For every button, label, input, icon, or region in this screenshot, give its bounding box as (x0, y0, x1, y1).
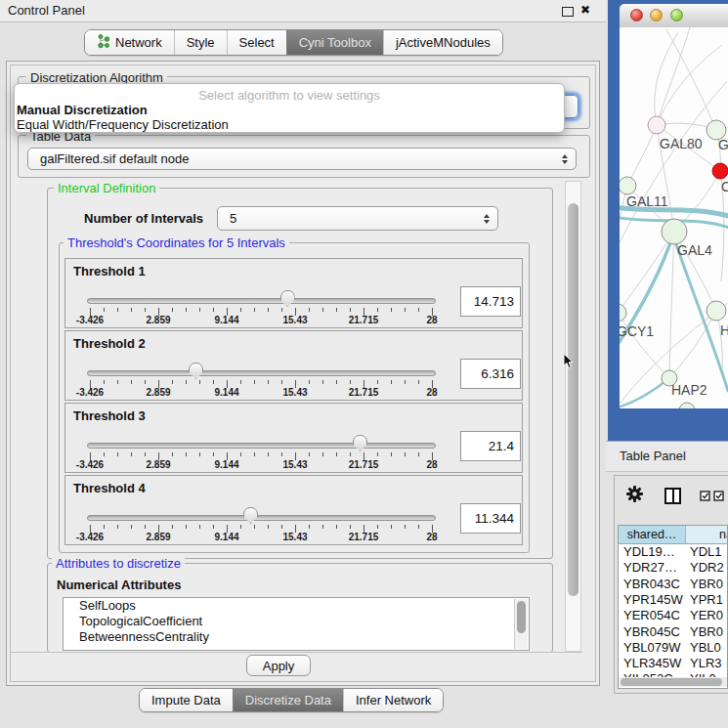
network-node[interactable] (707, 301, 726, 321)
column-header-name[interactable]: na (686, 526, 728, 544)
minimize-traffic-light-icon[interactable] (650, 9, 663, 21)
tick-minor (336, 308, 337, 312)
table-row[interactable]: YDL19…YDL1 (619, 544, 728, 560)
cell-shared-name[interactable]: YDR27… (623, 560, 677, 576)
tick-minor (199, 525, 200, 529)
tick-minor (131, 525, 132, 529)
settings-vertical-scrollbar[interactable] (565, 181, 581, 652)
tick-minor (117, 380, 118, 384)
network-node[interactable] (662, 219, 687, 244)
network-window-titlebar[interactable] (620, 4, 728, 28)
slider-thumb[interactable] (280, 290, 295, 307)
tick-label: 28 (405, 387, 459, 398)
tick-minor (377, 452, 378, 456)
cell-shared-name[interactable]: YER054C (623, 608, 680, 623)
cell-shared-name[interactable]: YLR345W (623, 656, 681, 671)
tick-label: 15.43 (268, 315, 322, 325)
attribute-list-item[interactable]: TopologicalCoefficient (64, 614, 529, 629)
cell-name[interactable]: YBR0 (690, 624, 723, 640)
cell-name[interactable]: YBL0 (690, 640, 721, 656)
network-view-window[interactable]: GAL80GACGAL11GAL4GCY1HHAP2 (608, 0, 728, 441)
attributes-listbox[interactable]: SelfLoopsTopologicalCoefficientBetweenne… (63, 597, 530, 651)
list-scrollbar[interactable] (514, 599, 528, 649)
tab-infer-network[interactable]: Infer Network (343, 689, 443, 711)
slider-track[interactable] (87, 515, 436, 521)
slider-thumb[interactable] (243, 507, 258, 524)
num-intervals-label: Number of Intervals (84, 211, 203, 226)
table-data-combobox[interactable]: galFiltered.sif default node (27, 148, 577, 170)
cell-shared-name[interactable]: YBR045C (623, 624, 680, 640)
tick-minor (240, 525, 241, 529)
tick-minor (405, 525, 406, 529)
dropdown-option-equal-width-frequency-discretization[interactable]: Equal Width/Frequency Discretization (17, 117, 229, 132)
num-intervals-combobox[interactable]: 5 (217, 206, 498, 231)
cell-name[interactable]: YBR0 (690, 577, 723, 592)
table-row[interactable]: YLR345WYLR3 (619, 656, 728, 671)
cell-name[interactable]: YER0 (690, 608, 723, 623)
column-header-shared-name[interactable]: shared… (619, 526, 686, 544)
tick-minor (254, 525, 255, 529)
threshold-value-field[interactable]: 14.713 (460, 286, 521, 317)
tab-jactivemnodules[interactable]: jActiveMNodules (383, 30, 502, 55)
tab-impute-data[interactable]: Impute Data (140, 689, 233, 711)
node-table[interactable]: shared… na YDL19…YDL1YDR27…YDR2YBR043CYB… (618, 525, 728, 689)
cell-name[interactable]: YDL1 (690, 544, 722, 560)
cell-name[interactable]: YPR1 (690, 592, 723, 608)
close-icon[interactable]: ✖ (580, 3, 590, 17)
tab-select[interactable]: Select (227, 30, 286, 55)
attribute-list-item[interactable]: SelfLoops (64, 598, 529, 614)
cell-shared-name[interactable]: YPR145W (623, 592, 683, 608)
tick-minor (418, 308, 419, 312)
network-canvas[interactable]: GAL80GACGAL11GAL4GCY1HHAP2 (620, 27, 728, 408)
apply-button[interactable]: Apply (246, 655, 311, 676)
slider-thumb[interactable] (189, 363, 203, 379)
table-row[interactable]: YBR045CYBR0 (619, 624, 728, 640)
dropdown-option-manual-discretization[interactable]: Manual Discretization (17, 103, 148, 117)
slider-track[interactable] (87, 443, 436, 449)
tick-label: 21.715 (336, 532, 391, 542)
tab-style[interactable]: Style (174, 30, 227, 55)
close-traffic-light-icon[interactable] (630, 9, 643, 21)
node-label: GAL11 (626, 193, 668, 209)
network-node[interactable] (620, 177, 636, 194)
checkbox-deselect-icon[interactable] (713, 491, 724, 501)
attribute-list-item[interactable]: BetweennessCentrality (64, 629, 529, 645)
columns-icon[interactable] (664, 488, 681, 504)
table-row[interactable]: YBL079WYBL0 (619, 640, 728, 656)
tick-minor (213, 380, 214, 384)
network-node[interactable] (679, 403, 695, 408)
checkbox-select-icon[interactable] (700, 491, 710, 501)
tick-label: 9.144 (199, 315, 254, 325)
tick-minor (145, 308, 146, 312)
network-node[interactable] (620, 304, 626, 321)
tick-label: 21.715 (336, 315, 391, 325)
table-row[interactable]: YPR145WYPR1 (619, 592, 728, 608)
cell-shared-name[interactable]: YBL079W (623, 640, 681, 656)
cell-name[interactable]: YDR2 (690, 560, 724, 576)
cell-shared-name[interactable]: YBR043C (623, 577, 680, 592)
tab-cyni-toolbox[interactable]: Cyni Toolbox (286, 30, 383, 55)
slider-thumb[interactable] (353, 435, 367, 451)
table-horizontal-scrollbar[interactable] (619, 677, 727, 687)
float-window-icon[interactable] (562, 7, 574, 17)
cell-name[interactable]: YLR3 (690, 656, 722, 671)
table-row[interactable]: YDR27…YDR2 (619, 560, 728, 576)
node-label: GA (718, 137, 728, 152)
network-node[interactable] (648, 116, 665, 134)
tick-minor (336, 452, 337, 456)
threshold-value-field[interactable]: 21.4 (460, 431, 521, 461)
table-row[interactable]: YER054CYER0 (619, 608, 728, 623)
slider-track[interactable] (87, 370, 436, 376)
tick-minor (131, 308, 132, 312)
tab-network[interactable]: Network (85, 30, 174, 55)
threshold-value-field[interactable]: 6.316 (460, 359, 521, 389)
gear-icon[interactable] (626, 486, 643, 502)
cell-shared-name[interactable]: YDL19… (623, 544, 675, 560)
threshold-value-field[interactable]: 11.344 (460, 503, 521, 534)
table-row[interactable]: YBR043CYBR0 (619, 577, 728, 592)
network-node[interactable] (712, 163, 728, 179)
zoom-traffic-light-icon[interactable] (670, 9, 683, 21)
network-icon (97, 33, 110, 52)
slider-track[interactable] (87, 298, 436, 304)
tab-discretize-data[interactable]: Discretize Data (233, 689, 343, 711)
